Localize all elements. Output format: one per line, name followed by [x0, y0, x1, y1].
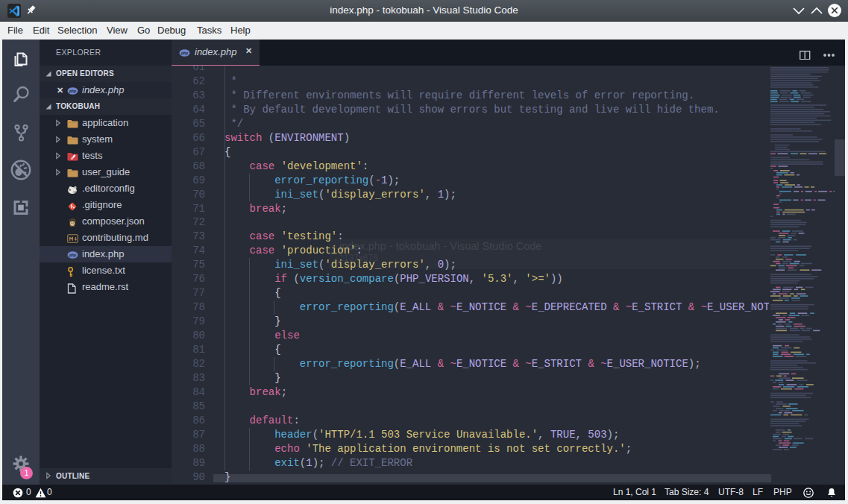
- svg-text:php: php: [69, 89, 76, 92]
- svg-text:php: php: [69, 253, 76, 256]
- svg-text:php: php: [180, 51, 188, 55]
